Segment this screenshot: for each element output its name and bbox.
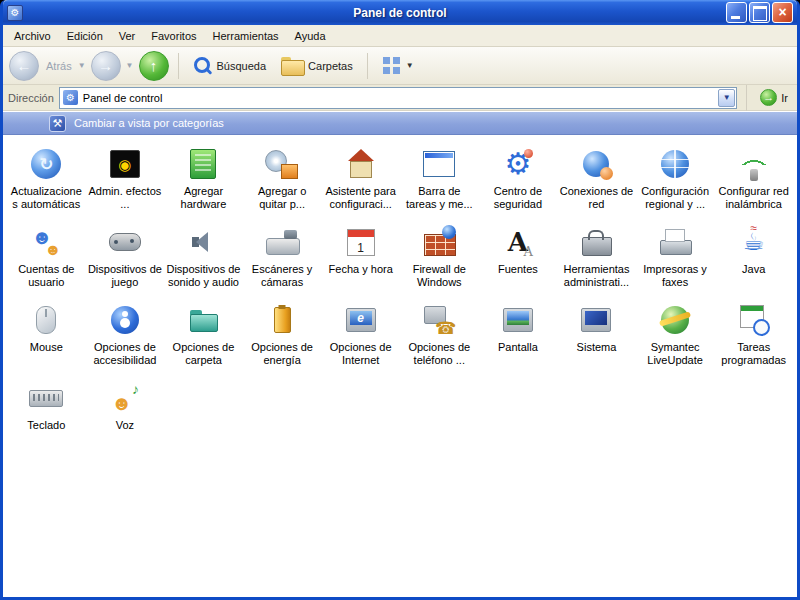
control-panel-item-conexiones-de-red[interactable]: Conexiones de red — [557, 147, 636, 211]
control-panel-item-label: Centro de seguridad — [481, 185, 555, 211]
control-panel-window: ⚙ Panel de control ArchivoEdiciónVerFavo… — [0, 0, 800, 600]
control-panel-item-opciones-de-accesibilidad[interactable]: Opciones de accesibilidad — [86, 303, 165, 367]
control-panel-item-opciones-de-telefono[interactable]: Opciones de teléfono ... — [400, 303, 479, 367]
search-icon — [193, 56, 212, 75]
control-panel-item-label: Cuentas de usuario — [9, 263, 83, 289]
switch-to-category-view-link[interactable]: Cambiar a vista por categorías — [74, 117, 224, 129]
go-button-label: Ir — [781, 92, 788, 104]
control-panel-item-opciones-de-energia[interactable]: Opciones de energía — [243, 303, 322, 367]
control-panel-item-tareas-programadas[interactable]: Tareas programadas — [714, 303, 793, 367]
control-panel-item-actualizaciones-automaticas[interactable]: Actualizaciones automáticas — [7, 147, 86, 211]
control-panel-item-label: Barra de tareas y me... — [402, 185, 476, 211]
regional-settings-icon — [657, 147, 693, 181]
up-button[interactable]: ↑ — [139, 51, 169, 81]
control-panel-item-agregar-o-quitar-p[interactable]: Agregar o quitar p... — [243, 147, 322, 211]
address-input[interactable]: ⚙ Panel de control ▼ — [59, 87, 737, 109]
mouse-icon — [28, 303, 64, 337]
auto-updates-icon — [28, 147, 64, 181]
back-button-label: Atrás — [46, 60, 72, 72]
close-button[interactable] — [772, 2, 793, 23]
window-icon[interactable]: ⚙ — [7, 5, 23, 21]
liveupdate-icon — [657, 303, 693, 337]
control-panel-item-impresoras-y-faxes[interactable]: Impresoras y faxes — [636, 225, 715, 289]
add-remove-programs-icon — [264, 147, 300, 181]
control-panel-item-configuracion-regional-y[interactable]: Configuración regional y ... — [636, 147, 715, 211]
forward-dropdown-chevron-icon[interactable]: ▼ — [126, 61, 134, 70]
maximize-button[interactable] — [749, 2, 770, 23]
game-controllers-icon — [107, 225, 143, 259]
icon-grid: Actualizaciones automáticasAdmin. efecto… — [3, 135, 797, 432]
power-options-icon — [264, 303, 300, 337]
control-panel-item-asistente-para-configuraci[interactable]: Asistente para configuraci... — [321, 147, 400, 211]
control-panel-item-configurar-red-inalambrica[interactable]: Configurar red inalámbrica — [714, 147, 793, 211]
control-panel-item-pantalla[interactable]: Pantalla — [479, 303, 558, 367]
control-panel-item-voz[interactable]: Voz — [86, 381, 165, 432]
go-arrow-icon: → — [760, 89, 777, 106]
go-button[interactable]: → Ir — [756, 87, 792, 108]
date-time-icon — [343, 225, 379, 259]
control-panel-item-label: Java — [742, 263, 765, 276]
address-separator — [746, 85, 747, 111]
control-panel-item-cuentas-de-usuario[interactable]: Cuentas de usuario — [7, 225, 86, 289]
control-panel-item-dispositivos-de-sonido-y-audio[interactable]: Dispositivos de sonido y audio — [164, 225, 243, 289]
menu-edicion[interactable]: Edición — [59, 27, 111, 45]
category-view-icon: ⚒ — [49, 115, 66, 132]
control-panel-item-teclado[interactable]: Teclado — [7, 381, 86, 432]
task-band: ⚒ Cambiar a vista por categorías — [3, 111, 797, 135]
main-content: Actualizaciones automáticasAdmin. efecto… — [3, 135, 797, 597]
minimize-button[interactable] — [726, 2, 747, 23]
control-panel-item-admin-efectos[interactable]: Admin. efectos ... — [86, 147, 165, 211]
control-panel-item-firewall-de-windows[interactable]: Firewall de Windows — [400, 225, 479, 289]
control-panel-item-opciones-de-internet[interactable]: Opciones de Internet — [321, 303, 400, 367]
menu-ver[interactable]: Ver — [111, 27, 144, 45]
folders-button[interactable]: Carpetas — [276, 53, 358, 78]
control-panel-item-centro-de-seguridad[interactable]: Centro de seguridad — [479, 147, 558, 211]
keyboard-icon — [28, 381, 64, 415]
control-panel-item-herramientas-administrati[interactable]: Herramientas administrati... — [557, 225, 636, 289]
scheduled-tasks-icon — [736, 303, 772, 337]
control-panel-item-label: Dispositivos de juego — [88, 263, 162, 289]
control-panel-item-opciones-de-carpeta[interactable]: Opciones de carpeta — [164, 303, 243, 367]
menu-ayuda[interactable]: Ayuda — [287, 27, 334, 45]
menu-favoritos[interactable]: Favoritos — [143, 27, 204, 45]
control-panel-item-label: Escáneres y cámaras — [245, 263, 319, 289]
display-icon — [500, 303, 536, 337]
control-panel-item-symantec-liveupdate[interactable]: Symantec LiveUpdate — [636, 303, 715, 367]
control-panel-item-java[interactable]: Java — [714, 225, 793, 289]
control-panel-item-label: Symantec LiveUpdate — [638, 341, 712, 367]
address-dropdown-button[interactable]: ▼ — [718, 89, 735, 107]
control-panel-item-agregar-hardware[interactable]: Agregar hardware — [164, 147, 243, 211]
forward-button[interactable]: → — [91, 51, 121, 81]
folders-icon — [281, 57, 303, 74]
toolbar-separator — [178, 53, 179, 79]
views-button[interactable]: ▼ — [377, 52, 419, 79]
menu-herramientas[interactable]: Herramientas — [205, 27, 287, 45]
menu-bar: ArchivoEdiciónVerFavoritosHerramientasAy… — [3, 25, 797, 47]
fonts-icon — [500, 225, 536, 259]
admin-tools-icon — [578, 225, 614, 259]
control-panel-item-label: Opciones de carpeta — [166, 341, 240, 367]
control-panel-item-mouse[interactable]: Mouse — [7, 303, 86, 367]
folders-button-label: Carpetas — [308, 60, 353, 72]
control-panel-item-label: Firewall de Windows — [402, 263, 476, 289]
wireless-network-icon — [736, 147, 772, 181]
menu-archivo[interactable]: Archivo — [6, 27, 59, 45]
search-button[interactable]: Búsqueda — [188, 52, 272, 79]
back-button[interactable]: ← — [9, 51, 39, 81]
control-panel-item-fuentes[interactable]: Fuentes — [479, 225, 558, 289]
control-panel-item-escaneres-y-camaras[interactable]: Escáneres y cámaras — [243, 225, 322, 289]
toolbar-separator — [367, 53, 368, 79]
control-panel-item-sistema[interactable]: Sistema — [557, 303, 636, 367]
accessibility-options-icon — [107, 303, 143, 337]
title-bar: ⚙ Panel de control — [3, 0, 797, 25]
control-panel-item-label: Pantalla — [498, 341, 538, 354]
back-dropdown-chevron-icon[interactable]: ▼ — [78, 61, 86, 70]
control-panel-item-barra-de-tareas-y-me[interactable]: Barra de tareas y me... — [400, 147, 479, 211]
control-panel-item-label: Dispositivos de sonido y audio — [166, 263, 240, 289]
control-panel-item-dispositivos-de-juego[interactable]: Dispositivos de juego — [86, 225, 165, 289]
window-title: Panel de control — [3, 6, 797, 20]
audio-effects-icon — [107, 147, 143, 181]
control-panel-item-label: Fuentes — [498, 263, 538, 276]
control-panel-item-fecha-y-hora[interactable]: Fecha y hora — [321, 225, 400, 289]
control-panel-item-label: Agregar o quitar p... — [245, 185, 319, 211]
